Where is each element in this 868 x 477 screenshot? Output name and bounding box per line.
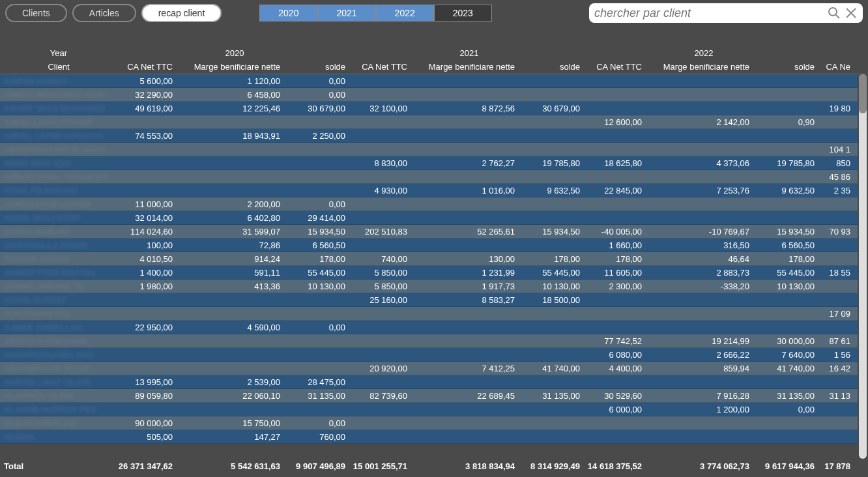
nav-articles-button[interactable]: Articles	[72, 4, 136, 22]
table-row[interactable]: AJMEK ARBELLAH22 950,004 590,000,00	[0, 321, 858, 334]
data-cell: 30 529,60	[586, 391, 648, 401]
data-cell: 1 917,73	[414, 282, 521, 291]
table-row[interactable]: ABBOU MOHAMED AGRI32 290,006 458,000,00	[0, 88, 858, 102]
data-cell: 41 740,00	[521, 364, 586, 373]
search-input[interactable]	[594, 7, 824, 20]
nav-clients-button[interactable]: Clients	[5, 4, 67, 22]
table-row[interactable]: ADRGSABDELHAKIM11 000,002 200,000,00	[0, 197, 858, 211]
data-cell: 4 400,00	[586, 364, 648, 373]
table-row[interactable]: AKRAM LMAF OLATE13 995,002 539,0028 475,…	[0, 375, 858, 389]
data-cell: 0,00	[287, 76, 352, 86]
data-cell: 20 920,00	[352, 364, 414, 373]
table-row[interactable]: ADRIK DIALI DARF32 014,006 402,8029 414,…	[0, 211, 858, 225]
data-cell: 15 934,50	[521, 227, 586, 237]
data-cell: 591,11	[179, 268, 287, 278]
col-marge-2022: Marge benificiare nette	[648, 62, 756, 72]
total-cell: 17 878	[821, 461, 857, 471]
client-label: Client	[0, 62, 117, 72]
year-tab-2020[interactable]: 2020	[259, 5, 317, 22]
data-cell: 8 872,56	[414, 104, 521, 113]
data-cell: 1 400,00	[117, 268, 179, 278]
table-row[interactable]: AKHAMROUM MOUN20 920,007 412,2541 740,00…	[0, 362, 858, 375]
year-tab-2022[interactable]: 2022	[376, 5, 434, 22]
year-group-2022: 2022	[586, 48, 821, 58]
svg-point-0	[829, 8, 837, 16]
year-group-2021: 2021	[352, 48, 586, 58]
data-cell: 89 059,80	[117, 391, 179, 401]
nav-recap-button[interactable]: recap client	[141, 4, 222, 22]
client-name-cell: ADRGSABDELHAKIM	[0, 199, 117, 209]
table-row[interactable]: AKHARCIOUSBN NEC6 080,002 666,227 640,00…	[0, 348, 858, 362]
data-cell: 7 412,25	[414, 364, 521, 373]
data-cell: 31 599,07	[179, 227, 287, 237]
table-row[interactable]: AUXVEHAM FES17 09	[0, 307, 858, 321]
data-cell: 13 995,00	[117, 377, 179, 387]
table-row[interactable]: AHMED FTER ENA ISS1 400,00591,1155 445,0…	[0, 266, 858, 280]
client-name-cell: AKHAMROUM MOUN	[0, 364, 117, 373]
client-name-cell: AJMEK ARBELLAH	[0, 323, 117, 332]
table-row[interactable]: ACDE AB MOUSSI4 930,001 016,009 632,5022…	[0, 184, 858, 197]
data-cell: 0,00	[756, 405, 821, 414]
client-name-cell: ALBAKADBALEM	[0, 418, 117, 428]
data-cell: 11 605,00	[586, 268, 648, 278]
table-row[interactable]: ALARSEN OLBRI89 059,8022 060,1031 135,00…	[0, 389, 858, 403]
table-row[interactable]: AKRTOUFABELHAM77 742,5219 214,9930 000,0…	[0, 334, 858, 348]
year-tab-2021[interactable]: 2021	[317, 5, 375, 22]
client-name-cell: ALIDPA	[0, 432, 117, 442]
toolbar: Clients Articles recap client 2020 2021 …	[0, 0, 868, 26]
client-name-cell: ABER AKHI IZZA	[0, 158, 117, 168]
client-name-cell: ABBOU RNAL TOUAM DT	[0, 172, 117, 182]
data-cell: 22 689,45	[414, 391, 521, 401]
client-name-cell: ABDEL LARBI KOUACHI	[0, 131, 117, 141]
data-cell: 31 13	[821, 391, 857, 401]
table-row[interactable]: ABDERRAH NOUS HADA104 1	[0, 143, 858, 156]
table-row[interactable]: ALAREB HUTROS FES6 000,001 200,000,00	[0, 403, 858, 416]
vertical-scrollbar[interactable]	[859, 74, 867, 459]
total-label: Total	[0, 461, 117, 471]
scrollbar-thumb[interactable]	[859, 74, 867, 113]
table-row[interactable]: ADAMA HERAHI TU1 980,00413,3610 130,005 …	[0, 280, 858, 293]
table-body: AARAB HAMZA5 600,001 120,000,00ABBOU MOH…	[0, 74, 858, 459]
table-row[interactable]: AYAYA OUSSEF25 160,008 583,2718 500,00	[0, 293, 858, 307]
data-cell: 9 632,50	[521, 186, 586, 195]
table-row[interactable]: ABER AKHI IZZA8 830,002 762,2719 785,801…	[0, 156, 858, 170]
data-cell: 74 553,00	[117, 131, 179, 141]
client-name-cell: AHMED FTER ENA ISS	[0, 268, 117, 278]
data-cell: 28 475,00	[287, 377, 352, 387]
total-cell: 3 774 062,73	[648, 461, 756, 471]
year-tab-2023[interactable]: 2023	[434, 5, 492, 22]
data-cell: 31 135,00	[287, 391, 352, 401]
data-cell: 87 61	[821, 336, 857, 346]
data-cell: 16 42	[821, 364, 857, 373]
table-row[interactable]: ABARY YASS MOHAMED49 619,0012 225,4630 6…	[0, 102, 858, 115]
col-solde-2022: solde	[756, 62, 821, 72]
total-cell: 14 618 375,52	[586, 461, 648, 471]
data-cell: 5 600,00	[117, 76, 179, 86]
data-cell: 4 930,00	[352, 186, 414, 195]
table-row[interactable]: AHHABI ABAAD4 010,50914,24178,00740,0013…	[0, 252, 858, 266]
data-cell: 114 024,60	[117, 227, 179, 237]
data-cell: 4 373,06	[648, 158, 756, 168]
table-row[interactable]: ALBAKADBALEM90 000,0015 750,000,00	[0, 416, 858, 430]
table-row[interactable]: AARAB HAMZA5 600,001 120,000,00	[0, 74, 858, 88]
close-icon[interactable]	[845, 7, 858, 20]
data-cell: 2 883,73	[648, 268, 756, 278]
table-row[interactable]: AGROLANDURA114 024,6031 599,0715 934,502…	[0, 225, 858, 238]
table-row[interactable]: AGRAMALLA KOURI100,0072,866 560,501 660,…	[0, 238, 858, 252]
data-cell: 6 080,00	[586, 350, 648, 360]
table-row[interactable]: ALIDPA505,00147,27760,00	[0, 430, 858, 444]
table-row[interactable]: ABDEL LARBI KOUACHI74 553,0018 943,912 2…	[0, 129, 858, 143]
search-icon[interactable]	[828, 7, 841, 20]
total-cell: 9 907 496,89	[287, 461, 352, 471]
data-cell: 130,00	[414, 254, 521, 264]
data-cell: 6 560,50	[756, 240, 821, 250]
client-name-cell: ABARY YASS MOHAMED	[0, 104, 117, 113]
col-ca-2020: CA Net TTC	[117, 62, 179, 72]
client-name-cell: ABBOU MOHAMED AGRI	[0, 90, 117, 100]
table-row[interactable]: ABDELLAGH HTHAMI12 600,002 142,000,90	[0, 115, 858, 129]
client-name-cell: ABDERRAH NOUS HADA	[0, 145, 117, 154]
table-row[interactable]: ABBOU RNAL TOUAM DT45 86	[0, 170, 858, 184]
data-cell: 2 762,27	[414, 158, 521, 168]
data-cell: -40 005,00	[586, 227, 648, 237]
data-cell: 19 785,80	[756, 158, 821, 168]
